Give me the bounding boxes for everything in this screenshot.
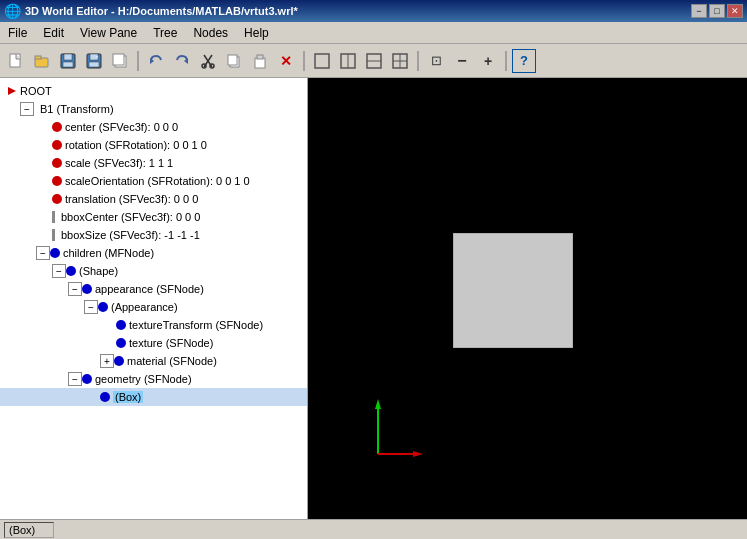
separator-4 bbox=[505, 51, 507, 71]
separator-3 bbox=[417, 51, 419, 71]
help-button[interactable]: ? bbox=[512, 49, 536, 73]
tree-node-appearance[interactable]: − appearance (SFNode) bbox=[0, 280, 307, 298]
maximize-button[interactable]: □ bbox=[709, 4, 725, 18]
center-icon bbox=[52, 122, 62, 132]
svg-rect-5 bbox=[63, 62, 73, 67]
svg-marker-32 bbox=[375, 399, 381, 409]
tree-node-b1[interactable]: − B1 (Transform) bbox=[0, 100, 307, 118]
bboxcenter-icon bbox=[52, 211, 55, 223]
translation-label: translation (SFVec3f): 0 0 0 bbox=[65, 193, 198, 205]
open-button[interactable] bbox=[30, 49, 54, 73]
expand-root[interactable] bbox=[4, 83, 20, 99]
tree-node-center[interactable]: center (SFVec3f): 0 0 0 bbox=[0, 118, 307, 136]
bboxsize-icon bbox=[52, 229, 55, 241]
status-left: (Box) bbox=[4, 522, 54, 538]
scaleorientation-icon bbox=[52, 176, 62, 186]
tree-node-texture[interactable]: texture (SFNode) bbox=[0, 334, 307, 352]
zoom-fit-button[interactable]: ⊡ bbox=[424, 49, 448, 73]
title-bar-title: 3D World Editor - H:/Documents/MATLAB/vr… bbox=[25, 5, 298, 17]
expand-appearance-node[interactable]: − bbox=[84, 300, 98, 314]
delete-button[interactable]: ✕ bbox=[274, 49, 298, 73]
expand-shape[interactable]: − bbox=[52, 264, 66, 278]
viewport[interactable] bbox=[308, 78, 747, 519]
svg-rect-19 bbox=[228, 55, 237, 65]
texture-label: texture (SFNode) bbox=[129, 337, 213, 349]
title-bar-controls[interactable]: − □ ✕ bbox=[691, 4, 743, 18]
tree-node-texturetransform[interactable]: textureTransform (SFNode) bbox=[0, 316, 307, 334]
menu-help[interactable]: Help bbox=[236, 22, 277, 43]
close-button[interactable]: ✕ bbox=[727, 4, 743, 18]
tree-node-bboxsize[interactable]: bboxSize (SFVec3f): -1 -1 -1 bbox=[0, 226, 307, 244]
quad-view-button[interactable] bbox=[388, 49, 412, 73]
save-as-button[interactable]: * bbox=[82, 49, 106, 73]
tree-node-scale[interactable]: scale (SFVec3f): 1 1 1 bbox=[0, 154, 307, 172]
tree-node-children[interactable]: − children (MFNode) bbox=[0, 244, 307, 262]
appearance-node-label: (Appearance) bbox=[111, 301, 178, 313]
menu-view-pane[interactable]: View Pane bbox=[72, 22, 145, 43]
svg-rect-11 bbox=[113, 54, 124, 65]
children-icon bbox=[50, 248, 60, 258]
title-bar: 🌐 3D World Editor - H:/Documents/MATLAB/… bbox=[0, 0, 747, 22]
redo-button[interactable] bbox=[170, 49, 194, 73]
minimize-button[interactable]: − bbox=[691, 4, 707, 18]
expand-geometry[interactable]: − bbox=[68, 372, 82, 386]
center-label: center (SFVec3f): 0 0 0 bbox=[65, 121, 178, 133]
status-bar: (Box) bbox=[0, 519, 747, 539]
menu-nodes[interactable]: Nodes bbox=[185, 22, 236, 43]
tree-node-box[interactable]: (Box) bbox=[0, 388, 307, 406]
zoom-in-button[interactable]: + bbox=[476, 49, 500, 73]
expand-material[interactable]: + bbox=[100, 354, 114, 368]
texture-icon bbox=[116, 338, 126, 348]
tree-node-appearance-node[interactable]: − (Appearance) bbox=[0, 298, 307, 316]
svg-marker-30 bbox=[8, 87, 16, 95]
tree-node-translation[interactable]: translation (SFVec3f): 0 0 0 bbox=[0, 190, 307, 208]
split-v-button[interactable] bbox=[362, 49, 386, 73]
svg-marker-34 bbox=[413, 451, 423, 457]
save-button[interactable] bbox=[56, 49, 80, 73]
texturetransform-icon bbox=[116, 320, 126, 330]
tree-node-root[interactable]: ROOT bbox=[0, 82, 307, 100]
menu-tree[interactable]: Tree bbox=[145, 22, 185, 43]
tree-node-shape[interactable]: − (Shape) bbox=[0, 262, 307, 280]
new-button[interactable] bbox=[4, 49, 28, 73]
svg-rect-8 bbox=[89, 62, 99, 67]
scale-icon bbox=[52, 158, 62, 168]
expand-b1[interactable]: − bbox=[20, 102, 34, 116]
save-copy-button[interactable] bbox=[108, 49, 132, 73]
separator-1 bbox=[137, 51, 139, 71]
tree-node-geometry[interactable]: − geometry (SFNode) bbox=[0, 370, 307, 388]
cut-button[interactable] bbox=[196, 49, 220, 73]
tree-node-scaleorientation[interactable]: scaleOrientation (SFRotation): 0 0 1 0 bbox=[0, 172, 307, 190]
paste-button[interactable] bbox=[248, 49, 272, 73]
copy-button[interactable] bbox=[222, 49, 246, 73]
rotation-label: rotation (SFRotation): 0 0 1 0 bbox=[65, 139, 207, 151]
box-label: (Box) bbox=[113, 391, 143, 403]
appearance-label: appearance (SFNode) bbox=[95, 283, 204, 295]
material-label: material (SFNode) bbox=[127, 355, 217, 367]
box-view-button[interactable] bbox=[310, 49, 334, 73]
expand-appearance[interactable]: − bbox=[68, 282, 82, 296]
appearance-icon bbox=[82, 284, 92, 294]
scaleorientation-label: scaleOrientation (SFRotation): 0 0 1 0 bbox=[65, 175, 250, 187]
bboxcenter-label: bboxCenter (SFVec3f): 0 0 0 bbox=[61, 211, 200, 223]
texturetransform-label: textureTransform (SFNode) bbox=[129, 319, 263, 331]
zoom-out-button[interactable]: − bbox=[450, 49, 474, 73]
menu-file[interactable]: File bbox=[0, 22, 35, 43]
root-label: ROOT bbox=[20, 85, 52, 97]
separator-2 bbox=[303, 51, 305, 71]
geometry-label: geometry (SFNode) bbox=[95, 373, 192, 385]
scale-label: scale (SFVec3f): 1 1 1 bbox=[65, 157, 173, 169]
toolbar: * ✕ ⊡ − + ? bbox=[0, 44, 747, 78]
tree-node-material[interactable]: + material (SFNode) bbox=[0, 352, 307, 370]
menu-edit[interactable]: Edit bbox=[35, 22, 72, 43]
material-icon bbox=[114, 356, 124, 366]
split-h-button[interactable] bbox=[336, 49, 360, 73]
svg-rect-22 bbox=[315, 54, 329, 68]
tree-panel[interactable]: ROOT − B1 (Transform) center (SFVec3f): … bbox=[0, 78, 308, 519]
tree-node-rotation[interactable]: rotation (SFRotation): 0 0 1 0 bbox=[0, 136, 307, 154]
bboxsize-label: bboxSize (SFVec3f): -1 -1 -1 bbox=[61, 229, 200, 241]
expand-children[interactable]: − bbox=[36, 246, 50, 260]
undo-button[interactable] bbox=[144, 49, 168, 73]
rotation-icon bbox=[52, 140, 62, 150]
tree-node-bboxcenter[interactable]: bboxCenter (SFVec3f): 0 0 0 bbox=[0, 208, 307, 226]
